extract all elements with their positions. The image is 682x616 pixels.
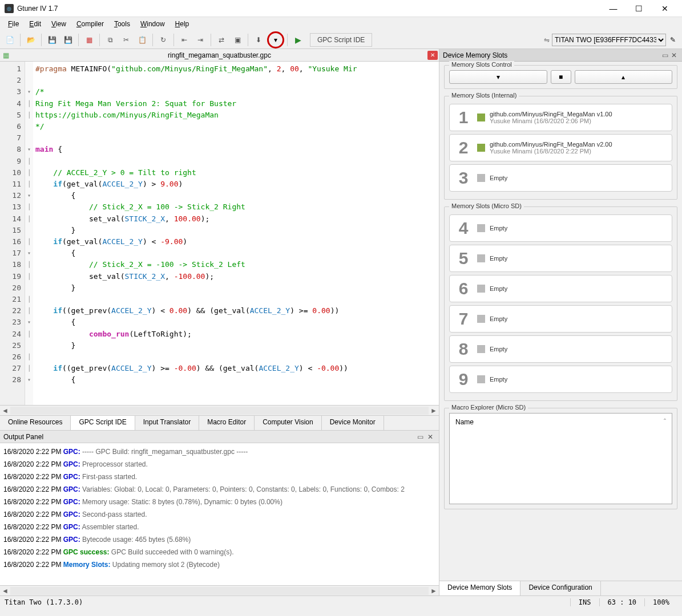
memory-slot-5[interactable]: 5 Empty: [449, 245, 672, 272]
memory-slot-9[interactable]: 9 Empty: [449, 366, 672, 393]
right-tabs: Device Memory SlotsDevice Configuration: [439, 581, 682, 595]
pdf-icon[interactable]: ▦: [82, 33, 96, 47]
bottom-tabs: Online ResourcesGPC Script IDEInput Tran…: [0, 415, 439, 430]
chip-icon: [477, 254, 485, 262]
chip-icon: [477, 174, 485, 182]
file-type-icon: ▦: [0, 51, 11, 59]
titlebar: ◎ Gtuner IV 1.7 — ☐ ✕: [0, 0, 682, 17]
panel-float-icon[interactable]: ▭: [660, 51, 669, 59]
ide-mode-label[interactable]: GPC Script IDE: [310, 33, 372, 47]
block-icon[interactable]: ▣: [230, 33, 245, 47]
maximize-button[interactable]: ☐: [626, 1, 652, 17]
minimize-button[interactable]: —: [600, 1, 626, 17]
paste-icon[interactable]: 📋: [135, 33, 150, 47]
slot-prev-button[interactable]: ▾: [449, 70, 547, 84]
menu-help[interactable]: Help: [171, 19, 194, 29]
line-number-gutter: 1234567891011121314151617181920212223242…: [0, 62, 25, 405]
output-float-icon[interactable]: ▭: [415, 433, 425, 441]
memory-slot-6[interactable]: 6 Empty: [449, 275, 672, 302]
output-close-icon[interactable]: ✕: [425, 433, 435, 441]
open-icon[interactable]: 📂: [23, 33, 38, 47]
menu-window[interactable]: Window: [136, 19, 170, 29]
chip-icon: [477, 144, 485, 152]
rtab-device memory slots[interactable]: Device Memory Slots: [439, 581, 520, 595]
slot-next-button[interactable]: ▴: [575, 70, 673, 84]
download-icon[interactable]: ⬇: [251, 33, 266, 47]
memory-slot-4[interactable]: 4 Empty: [449, 214, 672, 242]
macro-explorer: Macro Explorer (Micro SD) Nameˆ: [444, 408, 677, 509]
toolbar: 📄 📂 💾 💾 ▦ ⧉ ✂ 📋 ↻ ⇤ ⇥ ⇄ ▣ ⬇ ▾ ▶ GPC Scri…: [0, 31, 682, 49]
toggle-icon[interactable]: ⇄: [214, 33, 229, 47]
editor-tab: ▦ ringfit_megaman_squatbuster.gpc ✕: [0, 49, 439, 62]
tab-online resources[interactable]: Online Resources: [0, 416, 71, 430]
indent-icon[interactable]: ⇥: [193, 33, 208, 47]
outdent-icon[interactable]: ⇤: [177, 33, 192, 47]
memory-slot-3[interactable]: 3 Empty: [449, 164, 672, 192]
memory-slot-7[interactable]: 7 Empty: [449, 305, 672, 333]
output-panel-header: Output Panel ▭ ✕: [0, 430, 439, 443]
run-button[interactable]: ▶: [290, 33, 305, 47]
right-panel-header: Device Memory Slots ▭ ✕: [439, 49, 682, 62]
tab-device monitor[interactable]: Device Monitor: [322, 416, 384, 430]
scroll-right-icon[interactable]: ►: [429, 407, 439, 415]
chip-icon: [477, 375, 485, 383]
macro-list[interactable]: Nameˆ: [449, 413, 672, 504]
memory-slots-control: Memory Slots Control ▾ ■ ▴: [444, 65, 677, 89]
redo-icon[interactable]: ↻: [156, 33, 171, 47]
chip-icon: [477, 114, 485, 121]
chip-icon: [477, 224, 485, 232]
memory-slots-internal: Memory Slots (Internal) 1 github.com/Min…: [444, 96, 677, 200]
rtab-device configuration[interactable]: Device Configuration: [520, 581, 600, 595]
editor-filename: ringfit_megaman_squatbuster.gpc: [11, 51, 427, 59]
tab-input translator[interactable]: Input Translator: [135, 416, 199, 430]
install-to-device-button[interactable]: ▾: [267, 31, 284, 48]
memory-slot-8[interactable]: 8 Empty: [449, 335, 672, 363]
usb-icon: ⇋: [542, 36, 552, 44]
tab-close-button[interactable]: ✕: [427, 51, 438, 60]
menu-compiler[interactable]: Compiler: [72, 19, 108, 29]
output-panel-title: Output Panel: [3, 433, 43, 441]
menu-tools[interactable]: Tools: [110, 19, 135, 29]
chip-icon: [477, 315, 485, 323]
save-all-icon[interactable]: 💾: [60, 33, 75, 47]
sort-icon[interactable]: ˆ: [664, 418, 666, 426]
new-file-icon[interactable]: 📄: [2, 33, 17, 47]
scroll-left-icon[interactable]: ◄: [0, 407, 10, 415]
fold-column[interactable]: ▾││ ▾│││▾││ │▾││ ││▾│ ││▾: [25, 62, 33, 405]
tab-macro editor[interactable]: Macro Editor: [199, 416, 255, 430]
menu-edit[interactable]: Edit: [25, 19, 46, 29]
code-editor[interactable]: 1234567891011121314151617181920212223242…: [0, 62, 439, 405]
status-device: Titan Two (1.7.3.0): [5, 598, 83, 606]
menu-file[interactable]: File: [3, 19, 23, 29]
status-insert-mode: INS: [570, 598, 599, 606]
copy-icon[interactable]: ⧉: [103, 33, 118, 47]
device-select[interactable]: TITAN TWO [E936FFFF7DC443355: [552, 34, 666, 46]
chip-icon: [477, 345, 485, 353]
statusbar: Titan Two (1.7.3.0) INS 63 : 10 100%: [0, 595, 682, 608]
status-cursor-pos: 63 : 10: [599, 598, 645, 606]
macro-name-column[interactable]: Name: [455, 418, 474, 426]
status-zoom: 100%: [644, 598, 677, 606]
editor-hscroll[interactable]: ◄ ►: [0, 405, 439, 415]
close-button[interactable]: ✕: [652, 1, 677, 17]
menu-view[interactable]: View: [47, 19, 71, 29]
slot-stop-button[interactable]: ■: [551, 70, 571, 84]
device-edit-icon[interactable]: ✎: [666, 33, 680, 47]
memory-slot-1[interactable]: 1 github.com/Minyus/RingFit_MegaMan v1.0…: [449, 104, 672, 131]
code-area[interactable]: #pragma METAINFO("github.com/Minyus/Ring…: [33, 62, 439, 405]
output-hscroll[interactable]: ◄►: [0, 585, 439, 595]
cut-icon[interactable]: ✂: [119, 33, 134, 47]
menubar: File Edit View Compiler Tools Window Hel…: [0, 17, 682, 31]
memory-slots-sd: Memory Slots (Micro SD) 4 Empty 5 Empty …: [444, 206, 677, 401]
chip-icon: [477, 285, 485, 293]
panel-close-icon[interactable]: ✕: [669, 51, 679, 59]
output-panel[interactable]: 16/8/2020 2:22 PM GPC: ----- GPC Build: …: [0, 443, 439, 585]
tab-computer vision[interactable]: Computer Vision: [255, 416, 322, 430]
memory-slot-2[interactable]: 2 github.com/Minyus/RingFit_MegaMan v2.0…: [449, 134, 672, 161]
window-title: Gtuner IV 1.7: [17, 5, 600, 13]
right-panel-title: Device Memory Slots: [443, 51, 507, 59]
tab-gpc script ide[interactable]: GPC Script IDE: [71, 416, 135, 431]
save-icon[interactable]: 💾: [45, 33, 59, 47]
app-icon: ◎: [5, 4, 14, 13]
